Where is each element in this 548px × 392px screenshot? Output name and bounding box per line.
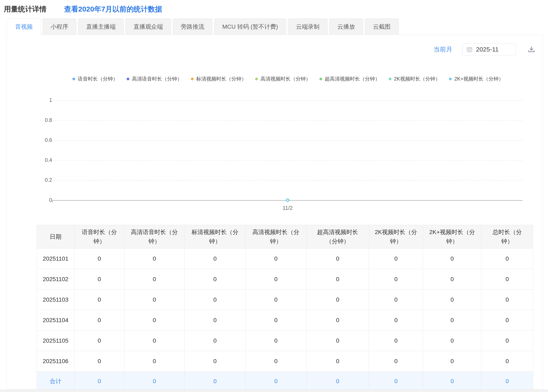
calendar-icon	[466, 46, 473, 53]
table-row: 20251101 0 0 0 0 0 0 0 0	[37, 249, 533, 269]
month-picker-value: 2025-11	[476, 46, 498, 53]
table-row: 20251102 0 0 0 0 0 0 0 0	[37, 269, 533, 289]
cell-value: 0	[306, 249, 369, 269]
cell-value: 0	[75, 351, 124, 371]
cell-date: 20251103	[37, 289, 75, 310]
cell-value: 0	[423, 269, 481, 289]
total-value: 0	[306, 371, 369, 390]
legend-item-2kplus-video[interactable]: 2K+视频时长（分钟）	[449, 76, 503, 82]
usage-line-chart: 1 0.8 0.6 0.4 0.2 0 11/2	[7, 93, 543, 215]
table-row: 20251104 0 0 0 0 0 0 0 0	[37, 310, 533, 330]
legend-item-voice[interactable]: 语音时长（分钟）	[72, 76, 118, 82]
tab-live-audience[interactable]: 直播观众端	[125, 18, 171, 35]
y-axis-tick: 1	[25, 97, 52, 103]
download-icon[interactable]	[528, 46, 535, 53]
cell-date: 20251106	[37, 351, 75, 371]
legend-item-hd-voice[interactable]: 高清语音时长（分钟）	[127, 76, 182, 82]
legend-item-2k-video[interactable]: 2K视频时长（分钟）	[389, 76, 440, 82]
y-axis-tick: 0.6	[25, 137, 52, 143]
gridline	[53, 160, 523, 161]
tab-cloud-playback[interactable]: 云播放	[329, 18, 363, 35]
tab-cloud-screenshot[interactable]: 云截图	[365, 18, 399, 35]
cell-value: 0	[481, 310, 533, 330]
col-header-hd-video: 高清视频时长（分钟）	[246, 225, 306, 249]
col-header-voice: 语音时长（分钟）	[75, 225, 124, 249]
cell-value: 0	[124, 330, 185, 351]
col-header-2k-video: 2K视频时长（分钟）	[369, 225, 423, 249]
cell-value: 0	[369, 289, 423, 310]
cell-value: 0	[423, 289, 481, 310]
current-month-link[interactable]: 当前月	[434, 45, 452, 54]
cell-value: 0	[246, 289, 306, 310]
col-header-total: 总时长（分钟）	[481, 225, 533, 249]
chart-legend: 语音时长（分钟） 高清语音时长（分钟） 标清视频时长（分钟） 高清视频时长（分钟…	[53, 76, 524, 82]
cell-date: 20251102	[37, 269, 75, 289]
y-axis-tick: 0	[25, 197, 52, 203]
gridline	[53, 100, 523, 101]
usage-table: 日期 语音时长（分钟） 高清语音时长（分钟） 标清视频时长（分钟） 高清视频时长…	[37, 225, 533, 390]
y-axis-tick: 0.2	[25, 177, 52, 183]
total-value: 0	[124, 371, 185, 390]
cell-value: 0	[75, 330, 124, 351]
cell-value: 0	[246, 269, 306, 289]
cell-value: 0	[306, 351, 369, 371]
cell-value: 0	[124, 269, 185, 289]
tab-cloud-recording[interactable]: 云端录制	[288, 18, 327, 35]
table-row: 20251103 0 0 0 0 0 0 0 0	[37, 289, 533, 310]
gridline	[53, 140, 523, 140]
history-data-link[interactable]: 查看2020年7月以前的统计数据	[64, 4, 162, 14]
cell-value: 0	[423, 249, 481, 269]
tab-mcu-transcode[interactable]: MCU 转码 (暂不计费)	[214, 18, 286, 35]
cell-value: 0	[481, 330, 533, 351]
col-header-2kplus-video: 2K+视频时长（分钟）	[423, 225, 481, 249]
col-header-sd-video: 标清视频时长（分钟）	[185, 225, 246, 249]
cell-value: 0	[369, 310, 423, 330]
legend-dot-sd-video	[191, 78, 194, 80]
page-title: 用量统计详情	[4, 4, 46, 14]
legend-dot-2k-video	[389, 78, 391, 80]
cell-date: 20251104	[37, 310, 75, 330]
usage-stats-page: 用量统计详情 查看2020年7月以前的统计数据 音视频 小程序 直播主播端 直播…	[0, 0, 548, 390]
data-point-marker	[286, 198, 289, 202]
total-value: 0	[75, 371, 124, 390]
cell-value: 0	[75, 289, 124, 310]
cell-value: 0	[423, 310, 481, 330]
cell-value: 0	[75, 269, 124, 289]
legend-dot-hd-voice	[127, 78, 129, 80]
cell-value: 0	[75, 249, 124, 269]
col-header-hd-voice: 高清语音时长（分钟）	[124, 225, 185, 249]
cell-value: 0	[423, 351, 481, 371]
cell-value: 0	[185, 310, 246, 330]
month-picker-input[interactable]: 2025-11	[463, 43, 516, 56]
table-header-row: 日期 语音时长（分钟） 高清语音时长（分钟） 标清视频时长（分钟） 高清视频时长…	[37, 225, 533, 249]
tab-bypass-stream[interactable]: 旁路推流	[173, 18, 213, 35]
legend-item-hd-video[interactable]: 高清视频时长（分钟）	[255, 76, 311, 82]
tab-mini-program[interactable]: 小程序	[43, 18, 76, 35]
cell-value: 0	[369, 269, 423, 289]
legend-item-sd-video[interactable]: 标清视频时长（分钟）	[191, 76, 246, 82]
cell-value: 0	[124, 351, 185, 371]
cell-value: 0	[306, 269, 369, 289]
cell-value: 0	[246, 351, 306, 371]
stats-panel: 当前月 2025-11 语音时长（分	[6, 35, 543, 390]
cell-value: 0	[481, 289, 533, 310]
total-label: 合计	[37, 371, 75, 390]
cell-value: 0	[306, 289, 369, 310]
legend-item-uhd-video[interactable]: 超高清视频时长（分钟）	[320, 76, 380, 82]
cell-value: 0	[369, 330, 423, 351]
product-tabbar: 音视频 小程序 直播主播端 直播观众端 旁路推流 MCU 转码 (暂不计费) 云…	[6, 18, 548, 35]
cell-value: 0	[185, 351, 246, 371]
table-total-row: 合计 0 0 0 0 0 0 0 0	[37, 371, 533, 390]
total-value: 0	[246, 371, 306, 390]
tab-audio-video[interactable]: 音视频	[7, 18, 41, 35]
cell-value: 0	[369, 249, 423, 269]
cell-date: 20251101	[37, 249, 75, 269]
legend-dot-hd-video	[255, 78, 258, 80]
tab-live-host[interactable]: 直播主播端	[78, 18, 124, 35]
cell-value: 0	[185, 289, 246, 310]
cell-value: 0	[246, 330, 306, 351]
cell-value: 0	[185, 249, 246, 269]
gridline	[53, 180, 523, 181]
cell-date: 20251105	[37, 330, 75, 351]
table-row: 20251105 0 0 0 0 0 0 0 0	[37, 330, 533, 351]
